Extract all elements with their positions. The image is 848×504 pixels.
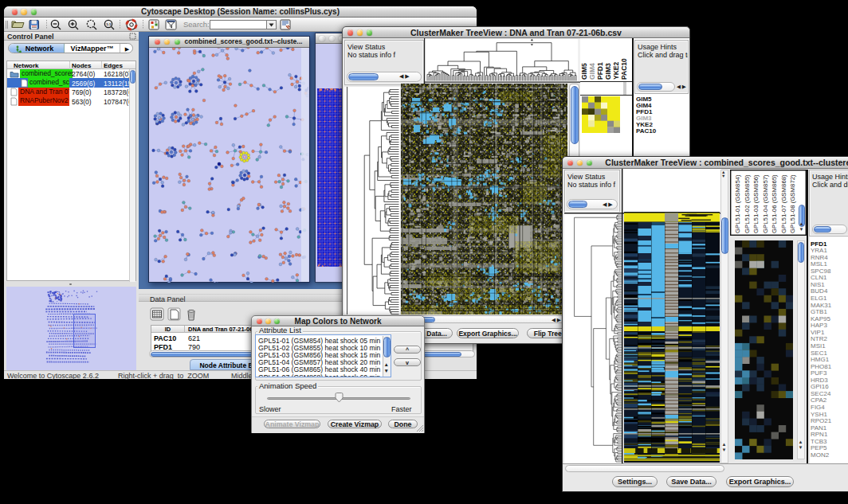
svg-text:YKE2: YKE2 [612, 62, 620, 80]
svg-text:PFD1: PFD1 [596, 62, 604, 80]
svg-text:GPL51-08 (GSM872): GPL51-08 (GSM872) [789, 174, 796, 233]
svg-text:GPL51-01 (GSM854): GPL51-01 (GSM854) [734, 174, 741, 233]
svg-text:GPL51-03 (GSM856): GPL51-03 (GSM856) [752, 174, 760, 233]
svg-text:GPL51-06 (GSM865): GPL51-06 (GSM865) [771, 174, 778, 233]
svg-text:GPL51-07 (GSM868): GPL51-07 (GSM868) [780, 174, 787, 233]
svg-text:GIM5: GIM5 [580, 63, 588, 80]
svg-text:GPL51-02 (GSM855): GPL51-02 (GSM855) [744, 174, 751, 233]
svg-text:GIM3: GIM3 [604, 63, 612, 80]
svg-text:GIM4: GIM4 [588, 63, 596, 80]
svg-text:Search:: Search: [183, 20, 210, 29]
svg-text:1:1: 1:1 [106, 22, 112, 26]
svg-text:GPL51-04 (GSM857): GPL51-04 (GSM857) [762, 174, 769, 233]
svg-text:PAC10: PAC10 [620, 58, 628, 80]
